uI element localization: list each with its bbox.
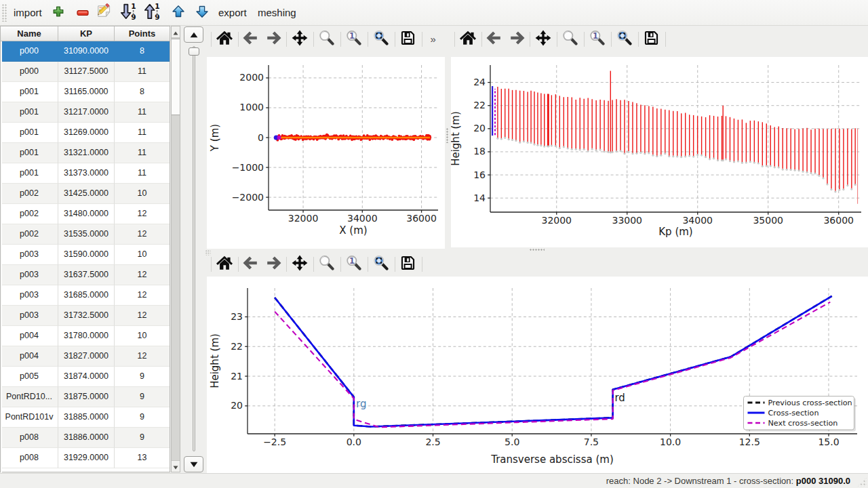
cell-kp[interactable]: 31480.0000 bbox=[58, 204, 115, 224]
cell-name[interactable]: p001 bbox=[1, 82, 58, 102]
back-button[interactable] bbox=[485, 29, 505, 49]
cell-name[interactable]: p003 bbox=[1, 245, 58, 265]
move-up-button[interactable] bbox=[169, 3, 188, 22]
table-row[interactable]: p00131269.000011 bbox=[1, 123, 170, 143]
cell-points[interactable]: 12 bbox=[115, 204, 170, 224]
zoom-button[interactable] bbox=[317, 29, 337, 49]
table-row[interactable]: PontRD101v31885.00009 bbox=[1, 407, 170, 428]
save-button[interactable] bbox=[398, 29, 418, 49]
zoom-button[interactable] bbox=[560, 29, 580, 49]
column-header-kp[interactable]: KP bbox=[58, 26, 115, 41]
cell-kp[interactable]: 31874.0000 bbox=[58, 367, 115, 387]
zoom-one-button[interactable]: 1 bbox=[344, 29, 364, 49]
scroll-down-button[interactable] bbox=[172, 460, 180, 472]
forward-button[interactable] bbox=[262, 29, 283, 49]
edit-section-button[interactable] bbox=[96, 3, 115, 22]
cell-name[interactable]: p001 bbox=[1, 163, 58, 184]
cell-name[interactable]: p001 bbox=[1, 102, 58, 123]
section-slider-handle[interactable] bbox=[189, 47, 199, 56]
zoom-button[interactable] bbox=[317, 254, 337, 274]
cell-points[interactable]: 11 bbox=[115, 102, 170, 123]
table-row[interactable]: p00831929.000013 bbox=[1, 448, 170, 468]
save-button[interactable] bbox=[398, 254, 418, 274]
trajectory-plot[interactable]: 320003400036000−2000−1000010002000X (m)Y… bbox=[207, 57, 445, 249]
table-row[interactable]: p00331590.000010 bbox=[1, 245, 170, 265]
cell-name[interactable]: p001 bbox=[1, 143, 58, 163]
cell-kp[interactable]: 31637.5000 bbox=[58, 265, 115, 285]
cell-name[interactable]: p003 bbox=[1, 285, 58, 306]
cell-name[interactable]: p008 bbox=[1, 428, 58, 448]
cell-name[interactable]: p004 bbox=[1, 326, 58, 346]
cell-name[interactable]: p008 bbox=[1, 448, 58, 468]
sort-ascending-button[interactable]: 19 bbox=[143, 3, 162, 22]
forward-button[interactable] bbox=[506, 29, 526, 49]
next-section-button[interactable] bbox=[184, 456, 203, 472]
cell-points[interactable]: 12 bbox=[115, 224, 170, 245]
cross-section-plot[interactable]: rgrd−2.50.02.55.07.510.012.515.020212223… bbox=[207, 277, 868, 473]
cell-kp[interactable]: 31885.0000 bbox=[58, 407, 115, 428]
table-scrollbar[interactable] bbox=[171, 26, 180, 472]
cell-kp[interactable]: 31875.0000 bbox=[58, 387, 115, 407]
cell-name[interactable]: p000 bbox=[1, 41, 58, 62]
home-button[interactable] bbox=[458, 29, 478, 49]
scrollbar-thumb[interactable] bbox=[172, 39, 180, 115]
cell-points[interactable]: 10 bbox=[115, 326, 170, 346]
table-row[interactable]: p00831886.00009 bbox=[1, 428, 170, 448]
pan-button[interactable] bbox=[290, 254, 310, 274]
back-button[interactable] bbox=[241, 254, 262, 274]
cell-kp[interactable]: 31827.0000 bbox=[58, 346, 115, 367]
cell-points[interactable]: 11 bbox=[115, 163, 170, 184]
table-row[interactable]: p00531874.00009 bbox=[1, 367, 170, 387]
cell-kp[interactable]: 31685.0000 bbox=[58, 285, 115, 306]
table-row[interactable]: p00331685.000012 bbox=[1, 285, 170, 306]
table-row[interactable]: p00131373.000011 bbox=[1, 163, 170, 184]
home-button[interactable] bbox=[214, 29, 235, 49]
cell-kp[interactable]: 31929.0000 bbox=[58, 448, 115, 468]
meshing-button[interactable]: meshing bbox=[251, 0, 303, 25]
resize-grip[interactable] bbox=[857, 477, 867, 487]
cell-points[interactable]: 11 bbox=[115, 143, 170, 163]
cell-kp[interactable]: 31425.0000 bbox=[58, 184, 115, 204]
cell-points[interactable]: 9 bbox=[115, 387, 170, 407]
cell-name[interactable]: p002 bbox=[1, 224, 58, 245]
previous-section-button[interactable] bbox=[184, 26, 203, 43]
cell-name[interactable]: PontRD101v bbox=[1, 407, 58, 428]
cell-name[interactable]: p003 bbox=[1, 306, 58, 326]
table-row[interactable]: p00131217.000011 bbox=[1, 102, 170, 123]
cell-name[interactable]: p004 bbox=[1, 346, 58, 367]
table-row[interactable]: p00031127.500011 bbox=[1, 62, 170, 82]
table-row[interactable]: p00131165.00008 bbox=[1, 82, 170, 102]
cell-kp[interactable]: 31780.0000 bbox=[58, 326, 115, 346]
cell-name[interactable]: p005 bbox=[1, 367, 58, 387]
profile-plot[interactable]: 3200033000340003500036000141618202224Kp … bbox=[451, 57, 868, 247]
zoom-fit-button[interactable] bbox=[614, 29, 635, 49]
table-row[interactable]: p00431780.000010 bbox=[1, 326, 170, 346]
cell-points[interactable]: 8 bbox=[115, 82, 170, 102]
table-row[interactable]: p00431827.000012 bbox=[1, 346, 170, 367]
table-row[interactable]: p00231535.000012 bbox=[1, 224, 170, 245]
toolbar-overflow-button[interactable]: » bbox=[431, 30, 436, 50]
cell-points[interactable]: 9 bbox=[115, 407, 170, 428]
cell-points[interactable]: 12 bbox=[115, 265, 170, 285]
cell-points[interactable]: 12 bbox=[115, 285, 170, 306]
cell-kp[interactable]: 31590.0000 bbox=[58, 245, 115, 265]
table-row[interactable]: p00331637.500012 bbox=[1, 265, 170, 285]
cell-name[interactable]: p003 bbox=[1, 265, 58, 285]
back-button[interactable] bbox=[241, 29, 262, 49]
zoom-fit-button[interactable] bbox=[371, 254, 391, 274]
cell-kp[interactable]: 31321.0000 bbox=[58, 143, 115, 163]
cell-points[interactable]: 12 bbox=[115, 346, 170, 367]
cell-points[interactable]: 10 bbox=[115, 245, 170, 265]
cell-points[interactable]: 8 bbox=[115, 41, 170, 62]
cell-name[interactable]: p000 bbox=[1, 62, 58, 82]
scroll-up-button[interactable] bbox=[172, 26, 180, 38]
sort-descending-button[interactable]: 19 bbox=[119, 3, 138, 22]
cell-name[interactable]: p002 bbox=[1, 204, 58, 224]
pan-button[interactable] bbox=[533, 29, 553, 49]
home-button[interactable] bbox=[214, 254, 235, 274]
pan-button[interactable] bbox=[290, 29, 310, 49]
table-row[interactable]: p00331732.500012 bbox=[1, 306, 170, 326]
table-row[interactable]: p00231425.000010 bbox=[1, 184, 170, 204]
table-row[interactable]: p00231480.000012 bbox=[1, 204, 170, 224]
export-button[interactable]: export bbox=[212, 0, 254, 25]
